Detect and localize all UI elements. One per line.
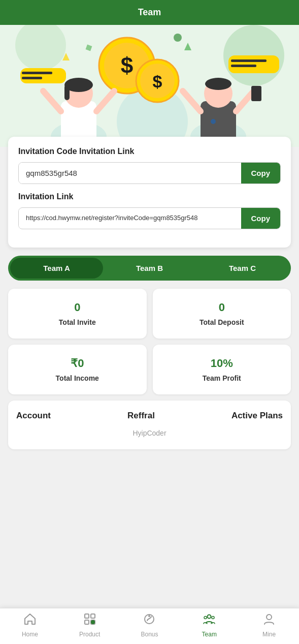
svg-point-34	[211, 119, 216, 124]
svg-point-43	[204, 617, 207, 619]
total-income-value: ₹0	[16, 357, 139, 370]
svg-rect-29	[231, 65, 256, 67]
svg-rect-28	[231, 59, 267, 62]
total-income-card: ₹0 Total Income	[8, 345, 147, 394]
invite-link-row: https://cod.hwymw.net/register?inviteCod…	[18, 207, 281, 229]
svg-rect-36	[91, 614, 95, 618]
total-deposit-card: 0 Total Deposit	[153, 289, 291, 339]
invite-code-row: gqm8535gr548 Copy	[18, 162, 281, 184]
nav-bonus[interactable]: Bonus	[134, 612, 164, 638]
total-deposit-value: 0	[161, 301, 283, 314]
team-icon	[203, 612, 216, 629]
svg-rect-23	[251, 86, 261, 101]
account-section: Account Reffral Active Plans HyipCoder	[8, 401, 291, 449]
copy-link-button[interactable]: Copy	[241, 208, 281, 229]
copy-code-button[interactable]: Copy	[241, 163, 281, 183]
svg-point-44	[212, 617, 214, 619]
reffral-label: Reffral	[127, 411, 155, 421]
nav-team-label: Team	[202, 631, 217, 638]
svg-rect-26	[22, 77, 42, 79]
svg-rect-24	[20, 68, 66, 83]
total-invite-card: 0 Total Invite	[8, 289, 147, 339]
team-tabs: Team A Team B Team C	[8, 256, 291, 281]
product-icon	[83, 612, 96, 629]
active-plans-label: Active Plans	[231, 411, 283, 421]
account-label: Account	[16, 411, 51, 421]
svg-point-41	[148, 615, 150, 617]
svg-point-45	[267, 615, 272, 620]
svg-rect-27	[228, 55, 279, 73]
svg-point-33	[174, 34, 182, 42]
account-row: Account Reffral Active Plans	[16, 411, 283, 421]
team-profit-label: Team Profit	[161, 374, 283, 382]
mine-icon	[262, 612, 276, 629]
tab-team-b[interactable]: Team B	[103, 258, 196, 279]
nav-team[interactable]: Team	[194, 612, 224, 638]
svg-rect-25	[22, 72, 52, 74]
svg-rect-14	[64, 85, 70, 100]
svg-rect-35	[85, 614, 89, 618]
svg-point-39	[91, 620, 95, 624]
tab-team-a[interactable]: Team A	[10, 258, 103, 279]
invite-card: Invitation Code Invitation Link gqm8535g…	[8, 137, 291, 248]
nav-home-label: Home	[22, 631, 38, 638]
nav-product[interactable]: Product	[75, 612, 105, 638]
team-profit-value: 10%	[161, 357, 283, 370]
nav-mine-label: Mine	[262, 631, 276, 638]
hero-illustration: $ $	[0, 25, 299, 147]
invite-code-value: gqm8535gr548	[19, 163, 241, 183]
total-invite-value: 0	[16, 301, 139, 314]
svg-rect-37	[85, 620, 89, 624]
stats-grid: 0 Total Invite 0 Total Deposit ₹0 Total …	[8, 289, 291, 394]
svg-text:$: $	[153, 72, 162, 91]
nav-home[interactable]: Home	[15, 612, 45, 638]
total-income-label: Total Income	[16, 374, 139, 382]
nav-product-label: Product	[79, 631, 100, 638]
nav-bonus-label: Bonus	[141, 631, 158, 638]
svg-point-20	[205, 78, 231, 90]
team-profit-card: 10% Team Profit	[153, 345, 291, 394]
bottom-nav: Home Product Bonus	[0, 608, 299, 644]
brand-label: HyipCoder	[16, 429, 283, 439]
total-invite-label: Total Invite	[16, 318, 139, 326]
page-header: Team	[0, 0, 299, 25]
invite-link-title: Invitation Link	[18, 192, 281, 201]
svg-text:$: $	[121, 53, 133, 78]
tab-team-c[interactable]: Team C	[196, 258, 289, 279]
bonus-icon	[143, 612, 156, 629]
header-title: Team	[138, 7, 161, 17]
home-icon	[23, 612, 37, 629]
nav-mine[interactable]: Mine	[254, 612, 284, 638]
invite-code-title: Invitation Code Invitation Link	[18, 147, 281, 156]
svg-point-42	[208, 615, 211, 619]
invite-link-value: https://cod.hwymw.net/register?inviteCod…	[19, 208, 241, 228]
total-deposit-label: Total Deposit	[161, 318, 283, 326]
